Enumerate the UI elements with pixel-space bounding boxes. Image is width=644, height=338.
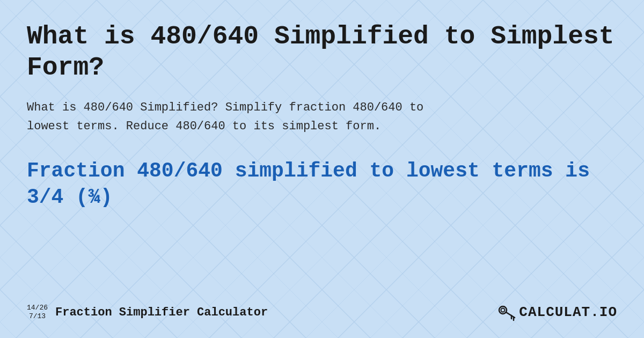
description-line1: What is 480/640 Simplified? Simplify fra… <box>27 101 423 114</box>
fraction-top: 14/26 <box>27 304 48 312</box>
logo: CALCULAT.IO <box>496 303 617 322</box>
fraction-bottom: 7/13 <box>29 312 46 321</box>
footer-left: 14/26 7/13 Fraction Simplifier Calculato… <box>27 304 268 320</box>
svg-point-8 <box>501 308 505 312</box>
footer-fraction: 14/26 7/13 <box>27 304 48 320</box>
logo-text: CALCULAT.IO <box>519 304 617 320</box>
description-text: What is 480/640 Simplified? Simplify fra… <box>27 98 617 136</box>
key-icon <box>496 303 516 322</box>
page-title: What is 480/640 Simplified to Simplest F… <box>27 21 617 83</box>
footer-label: Fraction Simplifier Calculator <box>55 306 268 319</box>
svg-point-7 <box>499 306 507 314</box>
description-line2: lowest terms. Reduce 480/640 to its simp… <box>27 120 381 133</box>
result-line1: Fraction 480/640 simplified to lowest te… <box>27 158 617 184</box>
result-line2: 3/4 (¾) <box>27 184 617 210</box>
result-text: Fraction 480/640 simplified to lowest te… <box>27 158 617 211</box>
footer: 14/26 7/13 Fraction Simplifier Calculato… <box>27 303 617 322</box>
